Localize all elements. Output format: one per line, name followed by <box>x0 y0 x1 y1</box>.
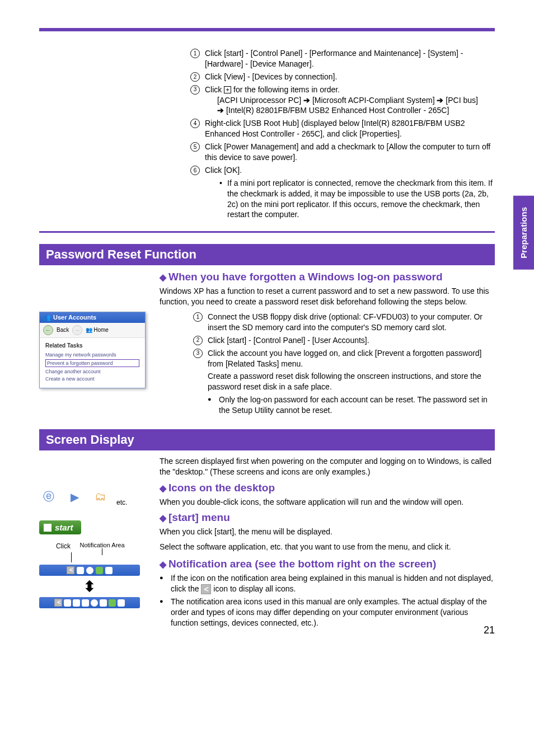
desktop-icons-figure: ⓔ ▶ 🗂 etc. <box>39 487 148 506</box>
click-label: Click <box>56 542 71 550</box>
ua-link-manage[interactable]: Manage my network passwords <box>45 352 139 358</box>
top-step-6: 6Click [OK]. If a mini port replicator i… <box>190 165 495 220</box>
double-arrow-icon: ⬍ <box>39 579 140 594</box>
windows-icon <box>44 524 51 532</box>
user-accounts-window: 👥User Accounts ← Back → 👥 Home Related T… <box>39 312 146 388</box>
pw-step-3a: Create a password reset disk following t… <box>208 371 495 392</box>
docs-icon: 🗂 <box>91 487 110 506</box>
pw-step-3b: Only the log-on password for each accoun… <box>208 395 495 416</box>
divider <box>39 231 495 233</box>
media-icon: ▶ <box>65 487 84 506</box>
arrow-icon: ➔ <box>437 95 443 106</box>
top-step-3: 3 Click + for the following items in ord… <box>190 84 495 116</box>
top-step-1: 1Click [start] - [Control Panel] - [Perf… <box>190 48 495 69</box>
ua-title-bar: 👥User Accounts <box>40 312 145 323</box>
arrow-icon: ➔ <box>303 95 310 106</box>
notif-bullet-2: The notification area icons used in this… <box>160 597 495 628</box>
ie-icon: ⓔ <box>39 487 58 506</box>
top-instructions: 1Click [start] - [Control Panel] - [Perf… <box>190 48 495 220</box>
ua-link-prevent[interactable]: Prevent a forgotten password <box>45 359 139 367</box>
home-icon[interactable]: 👥 Home <box>86 327 109 333</box>
related-tasks-heading: Related Tasks <box>45 342 139 349</box>
pw-step-3: 3Click the account you have logged on, a… <box>193 348 495 416</box>
etc-label: etc. <box>116 499 127 506</box>
tray-collapsed <box>39 565 140 576</box>
section-password-reset: Password Reset Function <box>39 244 495 265</box>
heading-icons-desktop: ◆Icons on the desktop <box>160 482 495 495</box>
heading-start-menu: ◆[start] menu <box>160 511 495 524</box>
start-body-2: Select the software application, etc. th… <box>160 542 495 552</box>
plus-icon: + <box>224 86 231 93</box>
ua-link-change[interactable]: Change another account <box>45 369 139 374</box>
tray-expanded <box>39 597 140 608</box>
ua-link-create[interactable]: Create a new account <box>45 376 139 382</box>
pw-intro: Windows XP has a function to reset a cur… <box>160 286 495 307</box>
pw-step-1: 1Connect the USB floppy disk drive (opti… <box>193 312 495 333</box>
pw-step-2: 2Click [start] - [Control Panel] - [User… <box>193 335 495 346</box>
top-step-4: 4Right-click [USB Root Hub] (displayed b… <box>190 118 495 139</box>
back-icon[interactable]: ← <box>43 325 53 335</box>
heading-forgot-password: ◆When you have forgotten a Windows log-o… <box>160 271 495 284</box>
forward-icon[interactable]: → <box>72 325 82 335</box>
start-button[interactable]: start <box>39 520 81 534</box>
side-tab-preparations: Preparations <box>513 196 534 270</box>
top-accent-bar <box>39 28 495 31</box>
collapse-tray-icon[interactable] <box>54 599 62 607</box>
expand-tray-icon[interactable] <box>67 566 74 574</box>
notif-bullet-1: If the icon on the notification area bei… <box>160 573 495 594</box>
section-screen-display: Screen Display <box>39 429 495 450</box>
top-step-6-note: If a mini port replicator is connected, … <box>205 178 495 220</box>
show-hidden-icons-icon[interactable] <box>201 584 211 594</box>
top-step-5: 5Click [Power Management] and add a chec… <box>190 142 495 163</box>
ua-toolbar: ← Back → 👥 Home <box>40 323 145 338</box>
notif-area-label: Notification Area <box>79 542 124 548</box>
arrow-icon: ➔ <box>217 105 224 116</box>
heading-notification-area: ◆Notification area (see the bottom right… <box>160 558 495 571</box>
icons-body: When you double-click icons, the softwar… <box>160 497 495 508</box>
page-number: 21 <box>484 624 495 636</box>
top-step-2: 2Click [View] - [Devices by connection]. <box>190 72 495 82</box>
screen-intro: The screen displayed first when powering… <box>160 456 495 477</box>
start-body-1: When you click [start], the menu will be… <box>160 527 495 537</box>
notification-figure: Click Notification Area ⬍ <box>39 542 140 608</box>
